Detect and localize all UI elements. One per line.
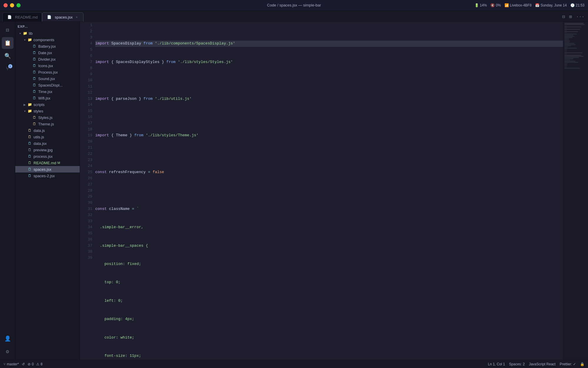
minimap-line [564, 31, 578, 32]
sidebar-item-styles[interactable]: ▾ 📁 styles [15, 108, 80, 114]
minimap-line [564, 63, 568, 64]
editor-area[interactable]: 1 2 3 4 5 6 7 8 9 10 11 12 13 14 15 16 1… [80, 22, 588, 360]
layout-button[interactable]: ⊞ [568, 13, 573, 20]
code-content[interactable]: import SpacesDisplay from './lib/compone… [95, 22, 563, 360]
icons-label: Icons.jsx [38, 64, 53, 68]
sidebar-item-spaces-jsx[interactable]: ▶ 🗒 spaces.jsx [15, 166, 80, 173]
minimap-line [564, 29, 580, 30]
more-actions-button[interactable]: ··· [575, 14, 586, 20]
minimap-line [564, 49, 567, 50]
warning-icon: ⚠ [36, 362, 39, 366]
date-status: 📅 Sunday, June 14 [535, 3, 567, 7]
prettier-indicator[interactable]: Prettier: ✓ [560, 362, 576, 366]
sidebar-item-scripts[interactable]: ▶ 📁 scripts [15, 101, 80, 108]
sidebar-item-utils-js[interactable]: ▶ 🗒 utils.js [15, 134, 80, 140]
minimap-line [564, 36, 574, 37]
error-count[interactable]: ⊘ 0 ⚠ 8 [28, 362, 42, 366]
sidebar-item-styles-js[interactable]: ▶ 🗒 Styles.js [15, 114, 80, 121]
sidebar-item-lib[interactable]: ▾ 📁 lib [15, 30, 80, 37]
error-num: 0 [32, 362, 34, 366]
code-line-16: padding: 4px; [95, 316, 563, 322]
sidebar-item-readme[interactable]: ▶ 🗒 README.md M [15, 160, 80, 166]
ln-36: 36 [80, 237, 92, 243]
minimap-line [564, 30, 567, 31]
sidebar-item-wifi[interactable]: ▶ 🗒 Wifi.jsx [15, 95, 80, 101]
git-sync[interactable]: ↺ [22, 362, 25, 366]
ln-3: 3 [80, 35, 92, 41]
tab-readme[interactable]: 📄 README.md [2, 12, 42, 21]
sidebar-item-date[interactable]: ▶ 🗒 Date.jsx [15, 49, 80, 56]
sidebar-item-spaces2-jsx[interactable]: ▶ 🗒 spaces-2.jsx [15, 173, 80, 179]
minimap-line [564, 56, 584, 57]
minimap-line [564, 48, 577, 49]
ln-17: 17 [80, 120, 92, 127]
sidebar-item-time[interactable]: ▶ 🗒 Time.jsx [15, 88, 80, 95]
battery-status: 🔋 14% [475, 3, 487, 7]
ln-15: 15 [80, 108, 92, 114]
sidebar-item-data-js[interactable]: ▶ 🗒 data.js [15, 127, 80, 134]
sidebar-item-components[interactable]: ▾ 📁 components [15, 37, 80, 43]
language-indicator[interactable]: JavaScript React [529, 362, 556, 366]
tab-close-button[interactable]: × [74, 15, 79, 19]
tab-readme-label: README.md [15, 15, 38, 19]
sidebar-item-icons[interactable]: ▶ 🗒 Icons.jsx [15, 62, 80, 69]
activity-item-search[interactable]: 🔍 [2, 50, 14, 62]
activity-item-account[interactable]: 👤 [2, 333, 14, 344]
ln-18: 18 [80, 127, 92, 133]
datajsx-file-icon: 🗒 [27, 141, 32, 146]
git-branch[interactable]: ⑂ master* [4, 362, 19, 366]
sidebar-item-theme-js[interactable]: ▶ 🗒 Theme.js [15, 121, 80, 127]
window-icon: ⊟ [6, 27, 9, 33]
tab-spaces-label: spaces.jsx [55, 15, 73, 19]
minimap-line [564, 24, 584, 25]
utilsjs-label: utils.js [34, 135, 44, 139]
sound-label: Sound.jsx [38, 77, 55, 81]
traffic-lights [4, 3, 21, 7]
scripts-arrow: ▶ [22, 103, 27, 106]
activity-item-explorer[interactable]: 📋 [2, 37, 14, 49]
minimap-line [564, 25, 567, 26]
code-line-6: import { Theme } from './lib/styles/Them… [95, 132, 563, 139]
sidebar-item-divider[interactable]: ▶ 🗒 Divider.jsx [15, 56, 80, 62]
ln-32: 32 [80, 212, 92, 218]
sidebar-item-process-jsx[interactable]: ▶ 🗒 process.jsx [15, 153, 80, 160]
ln-24: 24 [80, 163, 92, 169]
minimap-line [564, 37, 572, 38]
time-file-icon: 🗒 [32, 89, 37, 94]
minimap-line [564, 64, 567, 65]
sidebar-item-preview[interactable]: ▶ 🗒 preview.jpg [15, 147, 80, 153]
scripts-folder-icon: 📁 [27, 102, 32, 107]
split-editor-button[interactable]: ⊟ [561, 13, 566, 20]
ln-13: 13 [80, 96, 92, 102]
status-right: Ln 1, Col 1 Spaces: 2 JavaScript React P… [488, 362, 584, 366]
activity-item-source-control[interactable]: ⑂ 1 [2, 63, 14, 75]
ln-14: 14 [80, 102, 92, 108]
spacesdispl-file-icon: 🗒 [32, 82, 37, 88]
sidebar-item-battery[interactable]: ▶ 🗒 Battery.jsx [15, 43, 80, 49]
minimap-line [564, 52, 582, 53]
ln-5: 5 [80, 47, 92, 53]
minimap-line [564, 65, 567, 66]
maximize-button[interactable] [16, 3, 21, 7]
ln-37: 37 [80, 243, 92, 249]
ln-34: 34 [80, 224, 92, 231]
minimize-button[interactable] [10, 3, 14, 7]
tab-spaces[interactable]: 📄 spaces.jsx × [42, 12, 83, 21]
sidebar-item-process[interactable]: ▶ 🗒 Process.jsx [15, 69, 80, 75]
cursor-position: Ln 1, Col 1 [488, 362, 505, 366]
status-left: ⑂ master* ↺ ⊘ 0 ⚠ 8 [4, 362, 43, 366]
ln-12: 12 [80, 90, 92, 96]
code-line-3 [95, 77, 563, 84]
stylesjs-label: Styles.js [38, 115, 52, 120]
activity-item-settings[interactable]: ⚙️ [2, 346, 14, 357]
sidebar-item-data-jsx[interactable]: ▶ 🗒 data.jsx [15, 140, 80, 147]
ln-4: 4 [80, 41, 92, 47]
sidebar-item-spacesdispl[interactable]: ▶ 🗒 SpacesDispl... [15, 82, 80, 88]
ln-30: 30 [80, 200, 92, 206]
sidebar-item-sound[interactable]: ▶ 🗒 Sound.jsx [15, 75, 80, 82]
themejs-file-icon: 🗒 [32, 121, 37, 127]
lib-folder-icon: 📁 [22, 31, 28, 36]
close-button[interactable] [4, 3, 8, 7]
minimap-line [564, 28, 567, 29]
status-bar: ⑂ master* ↺ ⊘ 0 ⚠ 8 Ln 1, Col 1 Spaces: … [0, 360, 588, 368]
